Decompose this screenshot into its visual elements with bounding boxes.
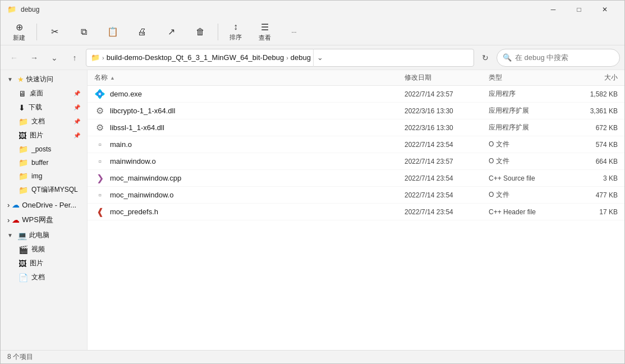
- delete-button[interactable]: 🗑: [186, 22, 214, 42]
- sidebar-quick-access-header[interactable]: ▼ ★ 快速访问: [3, 72, 85, 86]
- onedrive-icon: ☁: [12, 200, 20, 209]
- main-content: ▼ ★ 快速访问 🖥 桌面 📌 ⬇ 下载 📌 📁 文档 📌: [1, 70, 624, 350]
- table-row[interactable]: ▫ moc_mainwindow.o 2022/7/14 23:54 O 文件 …: [88, 187, 624, 204]
- sidebar-item-pictures[interactable]: 🖼 图片 📌: [3, 128, 85, 142]
- file-type: 应用程序扩展: [489, 123, 567, 132]
- quick-access-expand-icon: ▼: [7, 76, 15, 82]
- toolbar-separator-2: [218, 24, 218, 40]
- sidebar-item-documents-pc[interactable]: 📄 文档: [3, 270, 85, 284]
- close-button[interactable]: ✕: [592, 1, 618, 19]
- file-type: 应用程序扩展: [489, 106, 567, 116]
- sidebar-item-desktop[interactable]: 🖥 桌面 📌: [3, 86, 85, 100]
- move-button[interactable]: ↗: [157, 22, 185, 42]
- sidebar-item-pictures-pc[interactable]: 🖼 图片: [3, 256, 85, 270]
- sort-icon: ↕: [233, 22, 238, 32]
- file-size: 477 KB: [567, 191, 618, 199]
- table-row[interactable]: ❰ moc_predefs.h 2022/7/14 23:54 C++ Head…: [88, 204, 624, 220]
- sidebar-wps-item[interactable]: › ☁ WPS网盘: [3, 213, 85, 227]
- file-list: 名称 ▲ 修改日期 类型 大小 💠 demo.exe 2022/7/14 23:…: [88, 70, 624, 350]
- buffer-folder-icon: 📁: [19, 158, 28, 167]
- column-header-size[interactable]: 大小: [567, 73, 618, 82]
- new-button[interactable]: ⊕ 新建: [5, 22, 33, 42]
- expand-button[interactable]: ⌄: [45, 49, 63, 67]
- search-icon: 🔍: [503, 53, 512, 62]
- posts-folder-icon: 📁: [19, 145, 28, 154]
- sidebar-item-videos[interactable]: 🎬 视频: [3, 242, 85, 256]
- forward-button[interactable]: →: [25, 49, 43, 67]
- file-name: libssl-1_1-x64.dll: [110, 123, 405, 132]
- search-input[interactable]: [515, 53, 614, 62]
- documents-folder-icon: 📁: [19, 117, 28, 126]
- sidebar-onedrive-item[interactable]: › ☁ OneDrive - Per...: [3, 198, 85, 211]
- table-row[interactable]: ▫ mainwindow.o 2022/7/14 23:57 O 文件 664 …: [88, 153, 624, 170]
- this-pc-icon: 💻: [17, 231, 27, 240]
- sidebar-item-img[interactable]: 📁 img: [3, 169, 85, 183]
- move-icon: ↗: [168, 26, 175, 37]
- paste-icon: 📋: [107, 26, 118, 37]
- file-name: moc_mainwindow.cpp: [110, 174, 405, 182]
- sidebar-this-pc-header[interactable]: ▼ 💻 此电脑: [3, 228, 85, 242]
- column-header-name[interactable]: 名称 ▲: [94, 73, 405, 82]
- file-name: libcrypto-1_1-x64.dll: [110, 107, 405, 115]
- minimize-button[interactable]: ─: [540, 1, 566, 19]
- sidebar-item-documents[interactable]: 📁 文档 📌: [3, 114, 85, 128]
- table-row[interactable]: ❯ moc_mainwindow.cpp 2022/7/14 23:54 C++…: [88, 170, 624, 187]
- back-button[interactable]: ←: [5, 49, 23, 67]
- file-date: 2022/7/14 23:54: [405, 208, 489, 216]
- cut-button[interactable]: ✂: [40, 22, 68, 42]
- copy-icon: ⧉: [81, 27, 87, 37]
- sidebar-item-qt-mysql[interactable]: 📁 QT编译MYSQL: [3, 183, 85, 197]
- file-date: 2022/7/14 23:54: [405, 191, 489, 199]
- view-button[interactable]: ☰ 查看: [251, 22, 279, 42]
- file-icon: ⚙: [94, 122, 105, 133]
- wps-expand-icon: ›: [7, 216, 10, 224]
- new-icon: ⊕: [16, 22, 23, 33]
- sidebar-item-buffer[interactable]: 📁 buffer: [3, 156, 85, 169]
- status-text: 8 个项目: [7, 352, 33, 362]
- title-bar: 📁 debug ─ □ ✕: [1, 1, 624, 19]
- file-date: 2022/3/16 13:30: [405, 107, 489, 115]
- column-header-type[interactable]: 类型: [489, 73, 567, 82]
- file-type: C++ Header file: [489, 208, 567, 216]
- path-dropdown-arrow[interactable]: ⌄: [313, 49, 327, 67]
- path-part-2: debug: [291, 53, 311, 62]
- file-icon: 💠: [94, 89, 105, 100]
- more-button[interactable]: ···: [280, 22, 308, 42]
- file-icon: ❯: [94, 173, 105, 184]
- pictures-folder-icon: 🖼: [19, 131, 26, 140]
- qt-mysql-folder-icon: 📁: [19, 186, 28, 195]
- wps-icon: ☁: [12, 215, 20, 224]
- table-row[interactable]: ▫ main.o 2022/7/14 23:54 O 文件 574 KB: [88, 136, 624, 153]
- refresh-button[interactable]: ↻: [476, 49, 494, 67]
- img-folder-icon: 📁: [19, 172, 28, 181]
- print-button[interactable]: 🖨: [128, 22, 156, 42]
- table-row[interactable]: 💠 demo.exe 2022/7/14 23:57 应用程序 1,582 KB: [88, 86, 624, 103]
- table-row[interactable]: ⚙ libssl-1_1-x64.dll 2022/3/16 13:30 应用程…: [88, 119, 624, 136]
- paste-button[interactable]: 📋: [99, 22, 127, 42]
- copy-button[interactable]: ⧉: [70, 22, 98, 42]
- toolbar-separator-1: [36, 24, 37, 40]
- file-icon: ▫: [94, 156, 105, 167]
- maximize-button[interactable]: □: [566, 1, 592, 19]
- file-list-header: 名称 ▲ 修改日期 类型 大小: [88, 70, 624, 86]
- file-date: 2022/7/14 23:57: [405, 158, 489, 165]
- sidebar-section-onedrive: › ☁ OneDrive - Per...: [1, 198, 87, 211]
- column-header-date[interactable]: 修改日期: [405, 73, 489, 82]
- table-row[interactable]: ⚙ libcrypto-1_1-x64.dll 2022/3/16 13:30 …: [88, 103, 624, 119]
- quick-access-star-icon: ★: [17, 75, 24, 84]
- sidebar-item-posts[interactable]: 📁 _posts: [3, 142, 85, 156]
- up-button[interactable]: ↑: [66, 49, 84, 67]
- pictures-pin-icon: 📌: [73, 132, 80, 139]
- address-path-bar[interactable]: 📁 › build-demo-Desktop_Qt_6_3_1_MinGW_64…: [86, 49, 474, 67]
- file-name: moc_mainwindow.o: [110, 191, 405, 199]
- search-box[interactable]: 🔍: [497, 49, 620, 67]
- file-icon: ▫: [94, 139, 105, 150]
- videos-icon: 🎬: [19, 245, 28, 254]
- sidebar-item-downloads[interactable]: ⬇ 下载 📌: [3, 100, 85, 114]
- file-icon: ▫: [94, 190, 105, 201]
- sort-button[interactable]: ↕ 排序: [222, 22, 250, 42]
- file-size: 1,582 KB: [567, 90, 618, 98]
- title-icon: 📁: [7, 5, 16, 14]
- file-size: 664 KB: [567, 158, 618, 165]
- file-icon: ⚙: [94, 105, 105, 117]
